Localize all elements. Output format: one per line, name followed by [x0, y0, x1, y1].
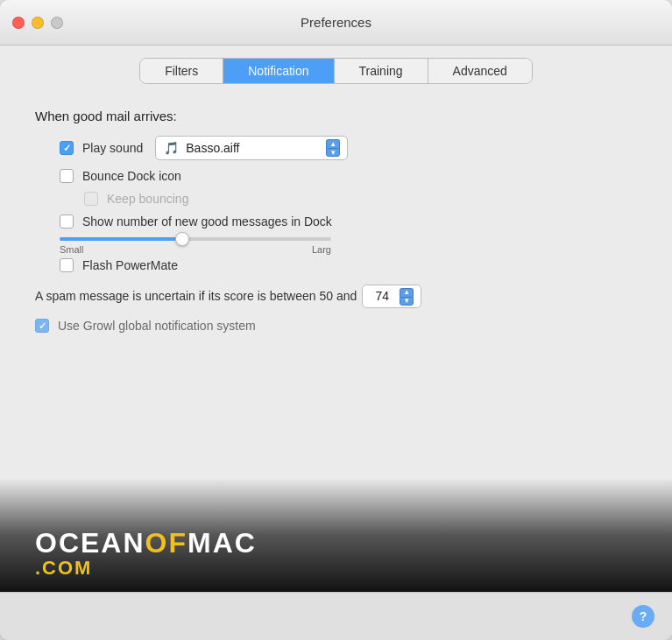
- slider-label-small: Small: [60, 244, 84, 255]
- spam-value: 74: [370, 287, 394, 306]
- watermark-line2: .COM: [35, 557, 257, 580]
- slider-track: [60, 237, 331, 241]
- titlebar: Preferences: [0, 0, 672, 46]
- content-area: When good mail arrives: Play sound 🎵 Bas…: [0, 93, 672, 592]
- slider-label-large: Larg: [312, 244, 331, 255]
- when-good-mail-label: When good mail arrives:: [35, 109, 637, 123]
- play-sound-label: Play sound: [82, 141, 143, 155]
- slider-thumb[interactable]: [175, 232, 189, 246]
- tab-bar: Filters Notification Training Advanced: [0, 46, 672, 93]
- flash-powermate-row: Flash PowerMate: [60, 258, 637, 272]
- window-title: Preferences: [301, 15, 371, 30]
- spam-value-box: 74 ▲ ▼: [362, 285, 421, 308]
- sound-stepper[interactable]: ▲ ▼: [326, 139, 340, 157]
- slider-fill: [60, 237, 182, 241]
- growl-label: Use Growl global notification system: [58, 319, 256, 333]
- bounce-dock-row: Bounce Dock icon: [60, 169, 637, 183]
- watermark-mac: MAC: [187, 527, 257, 559]
- minimize-button[interactable]: [32, 17, 44, 29]
- keep-bouncing-row: Keep bouncing: [84, 192, 637, 206]
- keep-bouncing-checkbox[interactable]: [84, 192, 98, 206]
- tab-advanced[interactable]: Advanced: [428, 59, 532, 83]
- watermark-gradient: OCEANOFMAC .COM: [0, 478, 672, 592]
- sound-arrow-up[interactable]: ▲: [326, 139, 340, 148]
- watermark-of: OF: [145, 527, 187, 559]
- slider-labels: Small Larg: [60, 244, 331, 255]
- growl-row: Use Growl global notification system: [35, 319, 637, 333]
- show-number-row: Show number of new good messages in Dock: [60, 215, 637, 229]
- window-controls: [12, 17, 63, 29]
- bounce-dock-label: Bounce Dock icon: [82, 169, 181, 183]
- bottom-bar: ?: [0, 592, 672, 640]
- preferences-window: Preferences Filters Notification Trainin…: [0, 0, 672, 640]
- sound-file-name: Basso.aiff: [186, 141, 321, 155]
- maximize-button[interactable]: [51, 17, 63, 29]
- sound-file-icon: 🎵: [163, 140, 179, 156]
- tab-filters[interactable]: Filters: [140, 59, 223, 83]
- play-sound-checkbox[interactable]: [60, 141, 74, 155]
- sound-select-dropdown[interactable]: 🎵 Basso.aiff ▲ ▼: [155, 136, 348, 160]
- help-button[interactable]: ?: [632, 605, 654, 628]
- watermark-text-block: OCEANOFMAC .COM: [35, 529, 257, 580]
- watermark-dotcom: .COM: [35, 557, 92, 579]
- size-slider-container: Small Larg: [60, 237, 637, 255]
- growl-checkbox[interactable]: [35, 319, 49, 333]
- close-button[interactable]: [12, 17, 25, 29]
- play-sound-row: Play sound 🎵 Basso.aiff ▲ ▼: [60, 136, 637, 160]
- spam-row: A spam message is uncertain if its score…: [35, 285, 637, 308]
- spam-arrow-down[interactable]: ▼: [400, 297, 414, 306]
- spam-text: A spam message is uncertain if its score…: [35, 287, 357, 306]
- flash-powermate-checkbox[interactable]: [60, 258, 74, 272]
- tab-training[interactable]: Training: [335, 59, 428, 83]
- tab-group: Filters Notification Training Advanced: [139, 58, 533, 84]
- show-number-label: Show number of new good messages in Dock: [82, 215, 332, 229]
- show-number-checkbox[interactable]: [60, 215, 74, 229]
- spam-stepper[interactable]: ▲ ▼: [400, 288, 414, 306]
- keep-bouncing-label: Keep bouncing: [107, 192, 188, 206]
- flash-powermate-label: Flash PowerMate: [82, 258, 178, 272]
- tab-notification[interactable]: Notification: [223, 59, 334, 83]
- watermark-line1: OCEANOFMAC: [35, 529, 257, 557]
- bounce-dock-checkbox[interactable]: [60, 169, 74, 183]
- spam-section: A spam message is uncertain if its score…: [35, 285, 637, 308]
- watermark-ocean: OCEAN: [35, 527, 145, 559]
- sound-arrow-down[interactable]: ▼: [326, 148, 340, 157]
